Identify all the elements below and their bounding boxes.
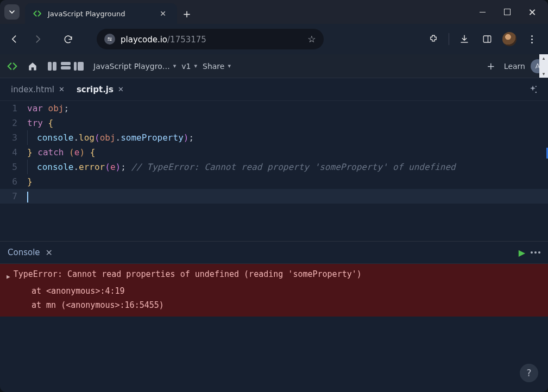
app-header: JavaScript Playgro…▾ v1▾ Share▾ + Learn … bbox=[0, 54, 548, 78]
downloads-icon[interactable] bbox=[457, 31, 472, 47]
line-number: 3 bbox=[0, 130, 27, 145]
close-icon[interactable]: ✕ bbox=[59, 85, 65, 93]
page-vertical-scrollbar[interactable]: ▴▾ bbox=[539, 54, 548, 78]
browser-tab-active[interactable]: JavaScript Playground ✕ bbox=[25, 3, 177, 24]
window-close-button[interactable]: ✕ bbox=[520, 0, 545, 24]
url-bar[interactable]: playcode.io/1753175 ☆ bbox=[97, 29, 324, 49]
playcode-logo-icon[interactable] bbox=[5, 59, 20, 73]
console-title: Console bbox=[8, 248, 40, 257]
window-minimize-button[interactable] bbox=[470, 0, 495, 24]
svg-point-1 bbox=[110, 40, 111, 41]
share-dropdown[interactable]: Share▾ bbox=[203, 62, 231, 71]
chevron-down-icon: ▾ bbox=[228, 62, 231, 69]
svg-rect-2 bbox=[483, 36, 491, 42]
console-output[interactable]: ▶TypeError: Cannot read properties of un… bbox=[0, 264, 548, 392]
separator bbox=[449, 33, 449, 45]
extensions-icon[interactable] bbox=[426, 31, 441, 47]
window-maximize-button[interactable] bbox=[495, 0, 520, 24]
chevron-down-icon: ▾ bbox=[194, 62, 197, 69]
new-tab-button[interactable]: + bbox=[177, 3, 197, 24]
tab-search-dropdown[interactable] bbox=[4, 4, 20, 20]
line-number: 2 bbox=[0, 116, 27, 130]
tab-label: index.html bbox=[11, 85, 54, 94]
svg-point-5 bbox=[536, 91, 537, 93]
line-number: 6 bbox=[0, 174, 27, 189]
home-icon[interactable] bbox=[25, 59, 40, 74]
browser-tab-title: JavaScript Playground bbox=[48, 10, 151, 18]
stack-frame: at mn (<anonymous>:16:5455) bbox=[7, 298, 541, 312]
line-number: 5 bbox=[0, 160, 27, 174]
layout-columns-button[interactable] bbox=[48, 62, 58, 71]
url-domain: playcode.io/1753175 bbox=[121, 34, 206, 45]
layout-rows-button[interactable] bbox=[61, 62, 71, 71]
text-cursor bbox=[27, 192, 28, 203]
playcode-favicon-icon bbox=[33, 9, 42, 18]
layout-split-button[interactable] bbox=[74, 62, 84, 71]
editor-tabs: index.html ✕ script.js ✕ bbox=[0, 78, 548, 101]
tab-label: script.js bbox=[77, 85, 114, 94]
ai-sparkle-icon[interactable] bbox=[527, 84, 538, 95]
chevron-down-icon: ▾ bbox=[173, 62, 177, 69]
tab-script-js[interactable]: script.js ✕ bbox=[72, 81, 128, 98]
bookmark-icon[interactable]: ☆ bbox=[307, 34, 316, 45]
browser-menu-icon[interactable] bbox=[524, 31, 539, 47]
profile-avatar[interactable] bbox=[502, 32, 516, 46]
expand-triangle-icon[interactable]: ▶ bbox=[7, 270, 10, 284]
run-button[interactable]: ▶ bbox=[519, 248, 525, 258]
error-message: TypeError: Cannot read properties of und… bbox=[14, 267, 362, 281]
forward-button[interactable] bbox=[28, 30, 47, 48]
svg-point-0 bbox=[108, 37, 109, 39]
stack-frame: at <anonymous>:4:19 bbox=[7, 284, 541, 298]
project-name-dropdown[interactable]: JavaScript Playgro…▾ bbox=[93, 62, 176, 71]
learn-link[interactable]: Learn bbox=[504, 62, 525, 71]
reload-button[interactable] bbox=[59, 30, 77, 48]
version-dropdown[interactable]: v1▾ bbox=[181, 62, 197, 71]
site-settings-icon[interactable] bbox=[104, 34, 115, 45]
console-menu-icon[interactable] bbox=[531, 251, 540, 254]
line-number: 7 bbox=[0, 189, 27, 204]
browser-titlebar: JavaScript Playground ✕ + ✕ bbox=[0, 0, 548, 24]
console-header: Console ✕ ▶ bbox=[0, 241, 548, 264]
back-button[interactable] bbox=[5, 30, 24, 48]
close-icon[interactable]: ✕ bbox=[118, 85, 124, 93]
close-icon[interactable]: ✕ bbox=[46, 248, 53, 258]
help-button[interactable]: ? bbox=[520, 364, 538, 382]
tab-close-icon[interactable]: ✕ bbox=[156, 8, 169, 19]
browser-toolbar: playcode.io/1753175 ☆ bbox=[0, 24, 548, 54]
side-panel-icon[interactable] bbox=[480, 31, 495, 47]
line-number: 1 bbox=[0, 101, 27, 116]
console-error: ▶TypeError: Cannot read properties of un… bbox=[0, 264, 548, 317]
tab-index-html[interactable]: index.html ✕ bbox=[7, 81, 69, 98]
code-editor[interactable]: 1var obj; 2try { 3console.log(obj.somePr… bbox=[0, 101, 548, 241]
window-controls: ✕ bbox=[470, 0, 548, 24]
layout-selector bbox=[48, 62, 84, 71]
new-file-button[interactable]: + bbox=[483, 59, 499, 74]
line-number: 4 bbox=[0, 145, 27, 160]
svg-point-4 bbox=[536, 86, 537, 87]
